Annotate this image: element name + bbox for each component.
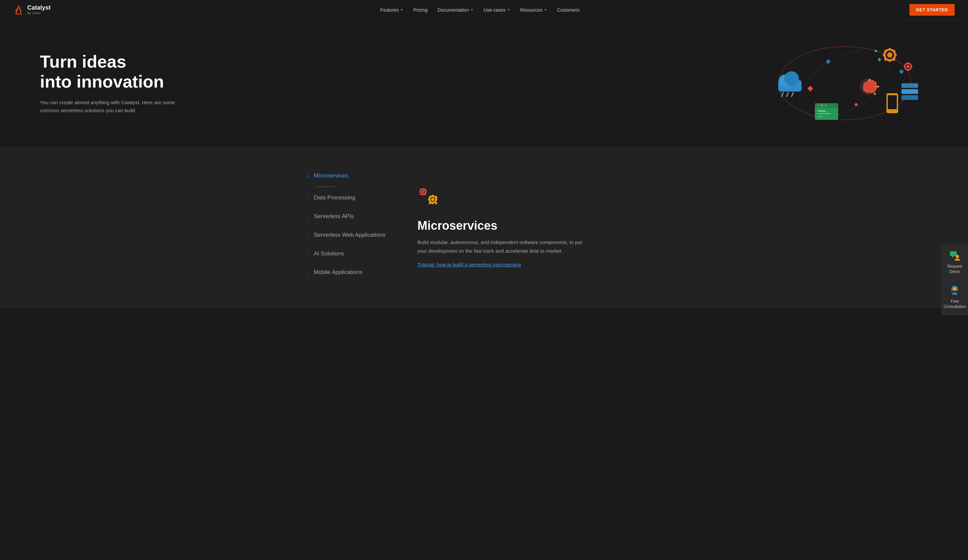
solution-item-microservices[interactable]: › Microservices [304, 166, 391, 185]
logo-title: Catalyst [27, 5, 51, 11]
svg-point-51 [825, 104, 827, 106]
svg-rect-67 [423, 188, 424, 190]
features-caret: ▼ [400, 8, 403, 12]
solution-label: Serverless APIs [314, 213, 354, 220]
solution-label: Mobile Applications [314, 269, 363, 276]
solution-item-data-processing[interactable]: › Data Processing [304, 189, 391, 207]
solutions-section: › Microservices › Data Processing › Serv… [0, 146, 968, 308]
svg-rect-30 [907, 69, 909, 71]
svg-rect-58 [432, 202, 434, 204]
svg-point-78 [953, 287, 957, 291]
svg-rect-19 [889, 48, 891, 51]
svg-rect-20 [889, 59, 891, 62]
svg-rect-32 [910, 66, 912, 67]
svg-rect-70 [425, 191, 427, 192]
svg-rect-6 [807, 86, 813, 91]
svg-point-41 [891, 110, 893, 112]
nav-menu: Features ▼ Pricing Documentation ▼ Use-c… [376, 5, 584, 15]
consultation-icon [949, 286, 960, 296]
chevron-icon: › [308, 232, 309, 238]
hero-illustration-svg [755, 40, 928, 126]
chevron-icon: › [308, 251, 309, 256]
hero-illustration [755, 40, 928, 126]
hero-title: Turn ideasinto innovation [40, 52, 180, 92]
use-cases-caret: ▼ [507, 8, 510, 12]
nav-features[interactable]: Features ▼ [376, 5, 408, 15]
svg-rect-22 [894, 54, 897, 56]
demo-icon [949, 251, 960, 261]
svg-rect-80 [957, 289, 958, 291]
chevron-icon: › [308, 195, 309, 200]
request-demo-button[interactable]: RequestDemo [941, 245, 968, 280]
detail-title: Microservices [418, 219, 664, 233]
svg-point-13 [784, 71, 799, 86]
svg-point-66 [422, 191, 424, 193]
catalyst-logo-icon [13, 5, 24, 15]
svg-rect-54 [817, 116, 824, 117]
free-consultation-label: FreeConsultation [944, 299, 966, 309]
solution-item-ai-solutions[interactable]: › AI Solutions [304, 244, 391, 263]
solution-detail: Microservices Build modular, autonomous,… [418, 166, 664, 282]
detail-description: Build modular, autonomous, and independe… [418, 238, 584, 255]
svg-point-49 [817, 104, 819, 106]
svg-line-15 [787, 93, 788, 96]
free-consultation-button[interactable]: FreeConsultation [941, 280, 968, 315]
solutions-list: › Microservices › Data Processing › Serv… [304, 166, 391, 282]
svg-rect-79 [951, 289, 953, 291]
svg-rect-31 [904, 66, 906, 67]
svg-point-77 [956, 255, 959, 258]
svg-rect-43 [902, 89, 918, 94]
nav-customers[interactable]: Customers [553, 5, 583, 15]
gears-icon-svg [418, 184, 444, 211]
svg-point-50 [821, 104, 823, 106]
nav-use-cases[interactable]: Use-cases ▼ [480, 5, 514, 15]
request-demo-label: RequestDemo [947, 264, 962, 274]
logo[interactable]: Catalyst by Zoho [13, 5, 51, 15]
svg-rect-44 [902, 95, 918, 100]
svg-marker-76 [951, 256, 954, 258]
nav-resources[interactable]: Resources ▼ [516, 5, 551, 15]
detail-tutorial-link[interactable]: Tutorial: how to build a serverless micr… [418, 262, 664, 267]
solution-item-serverless-web[interactable]: › Serverless Web Applications [304, 226, 391, 244]
svg-rect-8 [899, 69, 904, 74]
hero-section: Turn ideasinto innovation You can create… [0, 20, 968, 146]
side-buttons: RequestDemo FreeConsultation [941, 245, 968, 315]
hero-content: Turn ideasinto innovation You can create… [40, 52, 180, 114]
nav-documentation[interactable]: Documentation ▼ [434, 5, 478, 15]
svg-rect-57 [432, 195, 434, 197]
solution-item-mobile-applications[interactable]: › Mobile Applications [304, 263, 391, 282]
resources-caret: ▼ [544, 8, 547, 12]
chevron-icon: › [308, 214, 309, 219]
svg-rect-40 [888, 95, 897, 109]
chevron-icon: › [308, 270, 309, 275]
svg-point-46 [915, 85, 916, 86]
solution-item-serverless-apis[interactable]: › Serverless APIs [304, 207, 391, 226]
svg-rect-53 [817, 113, 831, 114]
svg-rect-68 [423, 194, 424, 196]
svg-rect-75 [950, 251, 957, 256]
svg-rect-9 [854, 103, 858, 106]
navbar: Catalyst by Zoho Features ▼ Pricing Docu… [0, 0, 968, 20]
svg-rect-69 [419, 191, 421, 192]
svg-rect-29 [907, 62, 909, 64]
solution-label: Data Processing [314, 194, 356, 201]
svg-rect-21 [883, 54, 885, 56]
svg-point-56 [431, 198, 434, 201]
svg-point-36 [869, 79, 871, 81]
svg-rect-59 [428, 199, 430, 200]
svg-point-18 [887, 52, 892, 58]
docs-caret: ▼ [470, 8, 474, 12]
nav-pricing[interactable]: Pricing [409, 5, 432, 15]
divider [316, 186, 336, 187]
chevron-icon: › [308, 173, 309, 179]
solutions-container: › Microservices › Data Processing › Serv… [284, 166, 684, 282]
get-started-button[interactable]: GET STARTED [909, 4, 955, 16]
hero-subtitle: You can create almost anything with Cata… [40, 99, 180, 114]
svg-rect-52 [817, 111, 826, 111]
solution-label: Microservices [314, 172, 348, 179]
svg-rect-60 [435, 199, 438, 200]
svg-rect-7 [877, 58, 881, 61]
microservices-icon [418, 184, 444, 211]
logo-subtitle: by Zoho [27, 11, 51, 15]
solution-label: AI Solutions [314, 250, 344, 257]
